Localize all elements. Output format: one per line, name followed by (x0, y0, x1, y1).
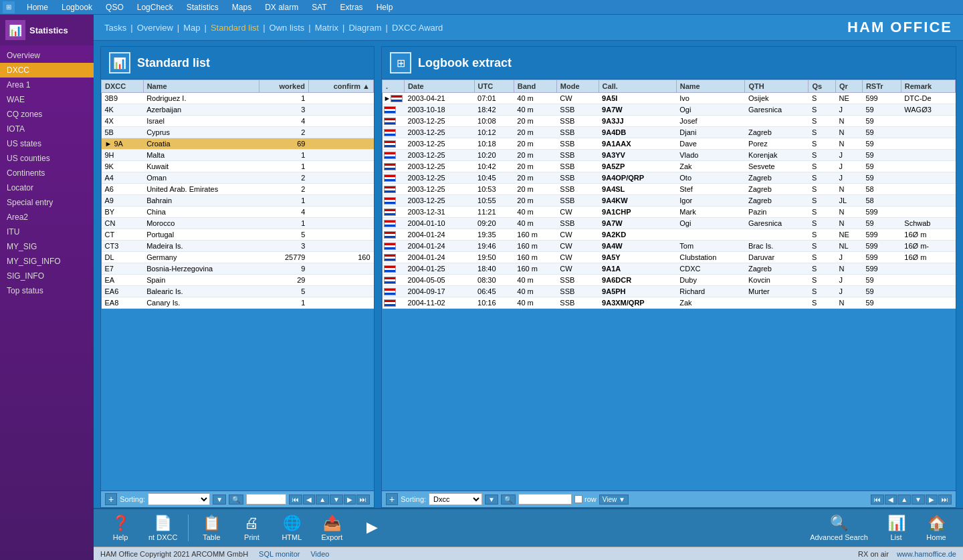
sort-prev-right[interactable]: ◀ (885, 495, 897, 505)
menu-sat[interactable]: SAT (305, 1, 333, 13)
nav-standardlist[interactable]: Standard list (211, 23, 259, 33)
col-mode[interactable]: Mode (556, 80, 599, 93)
menu-statistics[interactable]: Statistics (180, 1, 225, 13)
sidebar-item-area1[interactable]: Area 1 (0, 78, 94, 92)
menu-dxalarm[interactable]: DX alarm (258, 1, 305, 13)
sort-add-button[interactable]: + (105, 493, 117, 505)
table-row[interactable]: CN Morocco 1 (102, 218, 374, 229)
table-row[interactable]: 2004-09-17 06:45 40 m SSB 9A5PH Richard … (383, 286, 956, 297)
nav-map[interactable]: Map (183, 23, 200, 33)
col-date[interactable]: Date (404, 80, 474, 93)
table-row[interactable]: 2003-12-25 10:20 20 m SSB 9A3YV Vlado Ko… (383, 150, 956, 161)
table-row[interactable]: 2003-12-25 10:45 20 m SSB 9A4OP/QRP Oto … (383, 172, 956, 184)
tool-home[interactable]: 🏠 Home (916, 512, 956, 544)
col-dxcc[interactable]: DXCC (102, 80, 144, 93)
table-row[interactable]: 4X Israel 4 (102, 116, 374, 127)
table-row[interactable]: 2004-01-10 09:20 40 m SSB 9A7W Ogi Gares… (383, 218, 956, 229)
sidebar-item-continents[interactable]: Continents (0, 166, 94, 180)
row-checkbox[interactable] (574, 495, 582, 503)
col-confirm[interactable]: confirm ▲ (308, 80, 373, 93)
table-row[interactable]: 2004-05-05 08:30 40 m SSB 9A6DCR Duby Ko… (383, 275, 956, 286)
table-row[interactable]: 5B Cyprus 2 (102, 127, 374, 138)
col-qr[interactable]: Qr (835, 80, 862, 93)
sort-first-right[interactable]: ⏮ (871, 495, 884, 505)
nav-diagram[interactable]: Diagram (348, 23, 381, 33)
table-row[interactable]: 3B9 Rodriguez I. 1 (102, 93, 374, 104)
tool-more[interactable]: ▶ (352, 516, 392, 540)
sort-prev-left[interactable]: ◀ (303, 495, 315, 505)
sidebar-item-iota[interactable]: IOTA (0, 122, 94, 136)
table-row[interactable]: 2003-12-31 11:21 40 m CW 9A1CHP Mark Paz… (383, 206, 956, 218)
sql-monitor-link[interactable]: SQL monitor (259, 550, 300, 558)
col-worked[interactable]: worked (259, 80, 309, 93)
table-row[interactable]: 2003-12-25 10:53 20 m SSB 9A4SL Stef Zag… (383, 184, 956, 195)
sidebar-item-wae[interactable]: WAE (0, 92, 94, 107)
sidebar-item-locator[interactable]: Locator (0, 180, 94, 195)
sidebar-item-siginfo[interactable]: SIG_INFO (0, 269, 94, 283)
col-dot[interactable]: . (383, 80, 405, 93)
table-row[interactable]: DL Germany 25779 160 (102, 252, 374, 263)
sidebar-item-area2[interactable]: Area2 (0, 210, 94, 225)
menu-extras[interactable]: Extras (334, 1, 370, 13)
sort-next-left[interactable]: ▶ (344, 495, 356, 505)
table-row[interactable]: 2004-01-24 19:50 160 m CW 9A5Y Clubstati… (383, 252, 956, 263)
sidebar-item-itu[interactable]: ITU (0, 225, 94, 239)
table-row[interactable]: CT3 Madeira Is. 3 (102, 241, 374, 252)
sidebar-item-cqzones[interactable]: CQ zones (0, 107, 94, 122)
tool-advanced-search[interactable]: 🔍 Advanced Search (802, 512, 876, 544)
sort-up-left[interactable]: ▲ (316, 495, 329, 505)
table-row[interactable]: 9H Malta 1 (102, 150, 374, 161)
tool-html[interactable]: 🌐 HTML (272, 512, 312, 544)
sort-dropdown-left[interactable]: ▼ (213, 495, 226, 505)
col-name[interactable]: Name (143, 80, 259, 93)
sort-dropdown-right[interactable]: ▼ (485, 495, 498, 505)
table-row[interactable]: 2004-01-25 18:40 160 m CW 9A1A CDXC Zagr… (383, 263, 956, 275)
nav-matrix[interactable]: Matrix (315, 23, 338, 33)
tool-export[interactable]: 📤 Export (312, 512, 352, 544)
sort-select-right[interactable]: Dxcc (429, 493, 482, 505)
nav-ownlists[interactable]: Own lists (270, 23, 305, 33)
col-remark[interactable]: Remark (901, 80, 955, 93)
tool-nt-dxcc[interactable]: 📄 nt DXCC (140, 512, 185, 544)
tool-print[interactable]: 🖨 Print (231, 512, 272, 544)
col-band[interactable]: Band (514, 80, 556, 93)
sidebar-item-uscounties[interactable]: US counties (0, 151, 94, 166)
table-row[interactable]: A6 United Arab. Emirates 2 (102, 184, 374, 195)
sort-down-left[interactable]: ▼ (330, 495, 343, 505)
table-row[interactable]: E7 Bosnia-Herzegovina 9 (102, 263, 374, 275)
sort-down-right[interactable]: ▼ (912, 495, 925, 505)
website-link[interactable]: www.hamoffice.de (897, 550, 956, 558)
tool-table[interactable]: 📋 Table (191, 512, 231, 544)
table-row[interactable]: 2003-12-25 10:08 20 m SSB 9A3JJ Josef S … (383, 116, 956, 127)
table-row[interactable]: 2003-10-18 18:42 40 m SSB 9A7W Ogi Gares… (383, 104, 956, 116)
sort-search-right[interactable] (518, 494, 572, 505)
table-row[interactable]: 2003-12-25 10:12 20 m SSB 9A4DB Djani Za… (383, 127, 956, 138)
nav-dxccaward[interactable]: DXCC Award (392, 23, 443, 33)
menu-maps[interactable]: Maps (225, 1, 258, 13)
table-row[interactable]: EA8 Canary Is. 1 (102, 297, 374, 309)
nav-overview[interactable]: Overview (137, 23, 173, 33)
sidebar-item-usstates[interactable]: US states (0, 136, 94, 151)
table-row[interactable]: BY China 4 (102, 206, 374, 218)
sidebar-item-topstatus[interactable]: Top status (0, 283, 94, 298)
table-row[interactable]: 2003-12-25 10:55 20 m SSB 9A4KW Igor Zag… (383, 195, 956, 206)
table-row[interactable]: A9 Bahrain 1 (102, 195, 374, 206)
standard-list-table-wrapper[interactable]: DXCC Name worked confirm ▲ 3B9 Rodriguez… (101, 80, 374, 491)
table-row[interactable]: CT Portugal 5 (102, 229, 374, 241)
menu-logcheck[interactable]: LogCheck (130, 1, 180, 13)
table-row[interactable]: 2004-11-02 10:16 40 m SSB 9A3XM/QRP Zak … (383, 297, 956, 309)
col-rstr[interactable]: RSTr (862, 80, 901, 93)
col-qs[interactable]: Qs (809, 80, 836, 93)
sidebar-item-mysig[interactable]: MY_SIG (0, 239, 94, 254)
col-qth[interactable]: QTH (745, 80, 809, 93)
col-namelog[interactable]: Name (676, 80, 745, 93)
sidebar-item-mysiginfo[interactable]: MY_SIG_INFO (0, 254, 94, 269)
logbook-extract-table-wrapper[interactable]: . Date UTC Band Mode Call. Name QTH Qs (382, 80, 956, 491)
col-call[interactable]: Call. (599, 80, 676, 93)
menu-logbook[interactable]: Logbook (55, 1, 99, 13)
search-icon-left[interactable]: 🔍 (229, 495, 243, 505)
table-row[interactable]: EA Spain 29 (102, 275, 374, 286)
table-row[interactable]: 2003-12-25 10:42 20 m SSB 9A5ZP Zak Sesv… (383, 161, 956, 172)
table-row[interactable]: 2004-01-24 19:46 160 m CW 9A4W Tom Brac … (383, 241, 956, 252)
sort-up-right[interactable]: ▲ (897, 495, 911, 505)
